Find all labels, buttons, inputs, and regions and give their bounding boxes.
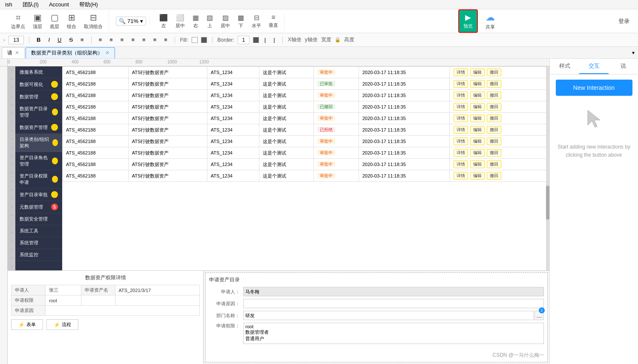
new-interaction-button[interactable]: New Interaction	[556, 80, 632, 96]
canvas-content[interactable]: 微服务系统 数据可视化 ⚡ 数据管理 ⚡ 数据资产目录管理 ⚡	[8, 66, 549, 364]
border-color-box[interactable]	[253, 37, 259, 43]
detail-btn[interactable]: 详情	[454, 126, 468, 134]
tab-style[interactable]: 样式	[550, 59, 579, 74]
text-align-justify[interactable]: ≡	[129, 36, 137, 44]
font-size-input[interactable]	[9, 36, 24, 44]
distribute-h-tool[interactable]: ⊟ 水平	[249, 12, 264, 31]
preview-button[interactable]: ▶ 预览	[458, 9, 478, 33]
tab-interaction[interactable]: 交互	[579, 59, 609, 74]
text-align-bottom[interactable]: ≡	[162, 36, 170, 44]
top-tool[interactable]: ▣ 顶层	[30, 11, 45, 32]
revoke-btn[interactable]: 撤回	[487, 115, 501, 122]
form-button[interactable]: ⚡ 表单	[11, 319, 43, 330]
edit-btn[interactable]: 编辑	[470, 103, 485, 111]
detail-btn[interactable]: 详情	[454, 103, 468, 111]
zoom-control[interactable]: 🔍 71% ▾	[116, 17, 146, 26]
underline-button[interactable]: U	[55, 36, 63, 44]
nav-item-5[interactable]: 目录类别/组织架构 ⚡	[15, 134, 62, 152]
nav-item-7[interactable]: 资产目录权限申请 ⚡	[15, 170, 62, 189]
revoke-btn[interactable]: 撤回	[487, 172, 501, 180]
detail-btn[interactable]: 详情	[454, 80, 468, 88]
list-button[interactable]: ≡	[78, 36, 86, 44]
text-align-middle[interactable]: ≡	[151, 36, 159, 44]
permission-list[interactable]: root 数据管理者 普通用户	[243, 323, 544, 344]
align-middle-tool[interactable]: ▨ 居中	[218, 12, 233, 31]
text-align-left[interactable]: ≡	[97, 36, 104, 44]
detail-btn[interactable]: 详情	[454, 69, 468, 76]
border-right-btn[interactable]: |	[271, 36, 277, 44]
menu-team[interactable]: 团队(I)	[21, 0, 40, 9]
nav-item-8[interactable]: 资产目录审批 ⚡	[15, 189, 62, 201]
text-align-right[interactable]: ≡	[118, 36, 126, 44]
detail-btn[interactable]: 详情	[454, 138, 468, 145]
border-width-input[interactable]	[238, 36, 250, 44]
dept-input[interactable]	[243, 311, 534, 320]
edit-btn[interactable]: 编辑	[470, 138, 485, 145]
nav-item-2[interactable]: 数据管理 ⚡	[15, 91, 62, 103]
edge-tool[interactable]: ⌗ 边界点	[9, 11, 28, 32]
bold-button[interactable]: B	[34, 36, 43, 44]
fill-dark-box[interactable]	[201, 37, 207, 43]
revoke-btn[interactable]: 撤回	[487, 80, 501, 88]
tab-0-close[interactable]: ✕	[15, 50, 19, 56]
flow-button[interactable]: ⚡ 流程	[46, 319, 78, 330]
align-top-tool[interactable]: ▧ 上	[204, 12, 216, 31]
strikethrough-button[interactable]: S	[67, 36, 75, 44]
nav-item-10[interactable]: 数据安全管理	[15, 213, 62, 225]
nav-item-13[interactable]: 系统监控	[15, 249, 62, 261]
revoke-btn[interactable]: 撤回	[487, 69, 501, 76]
nav-item-6[interactable]: 资产目录角色管理 ⚡	[15, 152, 62, 170]
text-align-center[interactable]: ≡	[107, 36, 115, 44]
edit-btn[interactable]: 编辑	[470, 172, 485, 180]
menu-ish[interactable]: ish	[3, 0, 14, 9]
detail-btn[interactable]: 详情	[454, 172, 468, 180]
menu-account[interactable]: Account	[47, 0, 71, 9]
nav-item-11[interactable]: 系统工具	[15, 225, 62, 237]
align-bottom-tool[interactable]: ▩ 下	[235, 12, 247, 31]
border-left-btn[interactable]: |	[262, 36, 268, 44]
share-button[interactable]: ☁ 共享	[481, 9, 499, 33]
edit-btn[interactable]: 编辑	[470, 115, 485, 122]
revoke-btn[interactable]: 撤回	[487, 149, 501, 157]
edit-btn[interactable]: 编辑	[470, 161, 485, 168]
uncombine-tool[interactable]: ⊟ 取消组合	[81, 11, 105, 32]
login-button[interactable]: 登录	[615, 16, 633, 27]
nav-item-0[interactable]: 微服务系统	[15, 66, 62, 78]
tab-dropdown[interactable]: ▾	[630, 48, 636, 57]
detail-btn[interactable]: 详情	[454, 92, 468, 99]
align-left-tool[interactable]: ⬛ 左	[157, 12, 170, 31]
nav-item-3[interactable]: 数据资产目录管理 ⚡	[15, 103, 62, 121]
detail-btn[interactable]: 详情	[454, 161, 468, 168]
revoke-btn[interactable]: 撤回	[487, 161, 501, 168]
scrollbar-thumb[interactable]	[546, 186, 549, 220]
tab-comment[interactable]: 说	[609, 59, 638, 74]
align-right-tool[interactable]: ▦ 右	[190, 12, 201, 31]
distribute-v-tool[interactable]: ≡ 垂直	[266, 12, 281, 30]
tab-1[interactable]: 数据资产目录类别（组织架构） ✕	[26, 47, 115, 58]
edit-btn[interactable]: 编辑	[470, 126, 485, 134]
detail-btn[interactable]: 详情	[454, 115, 468, 122]
fill-white-box[interactable]	[192, 37, 198, 43]
italic-button[interactable]: I	[46, 36, 52, 44]
nav-item-12[interactable]: 系统管理	[15, 237, 62, 249]
revoke-btn[interactable]: 撤回	[487, 103, 501, 111]
combine-tool[interactable]: ⊞ 组合	[64, 11, 79, 32]
text-align-top[interactable]: ≡	[140, 36, 148, 44]
tab-0[interactable]: 请 ✕	[2, 47, 25, 58]
bottom-tool[interactable]: ▢ 底层	[47, 11, 62, 32]
edit-btn[interactable]: 编辑	[470, 149, 485, 157]
edit-btn[interactable]: 编辑	[470, 92, 485, 99]
nav-item-4[interactable]: 数据资产管理 ⚡	[15, 121, 62, 134]
detail-btn[interactable]: 详情	[454, 149, 468, 157]
revoke-btn[interactable]: 撤回	[487, 126, 501, 134]
nav-item-1[interactable]: 数据可视化 ⚡	[15, 78, 62, 91]
applicant-input[interactable]	[243, 287, 544, 296]
reason-input[interactable]	[243, 299, 544, 308]
edit-btn[interactable]: 编辑	[470, 69, 485, 76]
menu-help[interactable]: 帮助(H)	[78, 0, 100, 9]
nav-item-9[interactable]: 元数据管理 5	[15, 201, 62, 213]
revoke-btn[interactable]: 撤回	[487, 92, 501, 99]
tab-1-close[interactable]: ✕	[105, 50, 109, 56]
align-center-tool[interactable]: ⬜ 居中	[173, 12, 187, 31]
revoke-btn[interactable]: 撤回	[487, 138, 501, 145]
